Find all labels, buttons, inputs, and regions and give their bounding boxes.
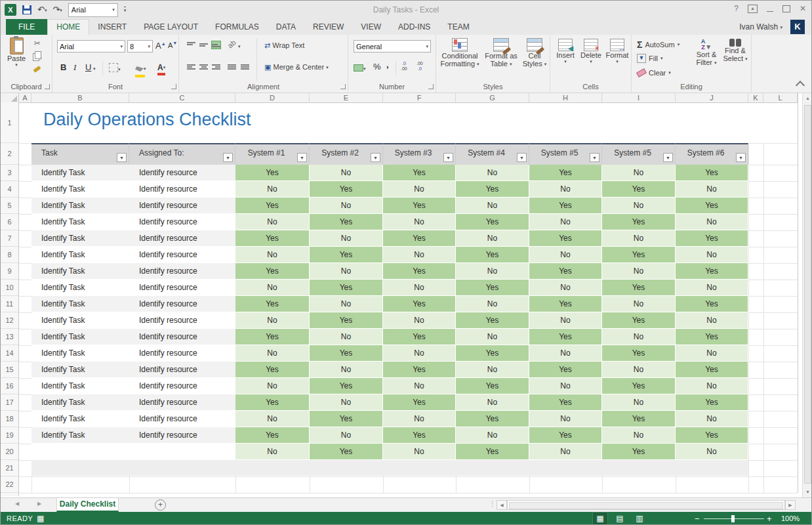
horizontal-scroll-track[interactable] (507, 500, 785, 510)
value-cell[interactable]: Yes (602, 214, 676, 230)
increase-indent-button[interactable] (241, 64, 249, 71)
value-cell[interactable]: No (676, 444, 748, 460)
filter-button[interactable]: ▼ (736, 153, 746, 162)
value-cell[interactable]: Yes (676, 198, 748, 214)
row-number-10[interactable]: 10 (1, 280, 18, 296)
assigned-cell[interactable]: Identify resource (129, 230, 235, 247)
table-header-assigned[interactable]: Assigned To:▼ (129, 143, 235, 165)
row-number-15[interactable]: 15 (1, 362, 18, 378)
number-dialog-launcher[interactable] (428, 84, 434, 89)
zoom-slider-thumb[interactable] (731, 515, 735, 522)
value-cell[interactable]: No (235, 181, 310, 198)
value-cell[interactable]: Yes (529, 362, 602, 378)
percent-style-button[interactable]: % (373, 62, 381, 72)
italic-button[interactable]: I (73, 62, 76, 73)
column-header-H[interactable]: H (529, 93, 602, 102)
value-cell[interactable]: Yes (310, 444, 383, 460)
assigned-cell[interactable]: Identify resource (129, 378, 235, 394)
normal-view-button[interactable]: ▦ (593, 513, 607, 525)
help-button[interactable]: ? (734, 4, 739, 13)
borders-button[interactable]: ▾ (109, 63, 121, 75)
value-cell[interactable]: Yes (310, 181, 383, 198)
filter-button[interactable]: ▼ (371, 153, 380, 162)
assigned-cell[interactable]: Identify resource (129, 362, 235, 378)
value-cell[interactable]: No (456, 263, 529, 280)
task-cell[interactable]: Identify Task (31, 362, 129, 378)
zoom-in-button[interactable]: + (767, 514, 772, 524)
task-cell[interactable] (31, 444, 129, 460)
column-header-B[interactable]: B (31, 93, 129, 102)
value-cell[interactable]: Yes (529, 263, 602, 280)
cut-button[interactable]: ✂ (34, 39, 41, 48)
tab-data[interactable]: DATA (268, 19, 304, 35)
value-cell[interactable]: No (456, 329, 529, 345)
tab-splitter-handle[interactable]: ⋮ (489, 500, 496, 507)
value-cell[interactable]: No (383, 444, 456, 460)
bold-button[interactable]: B (60, 62, 66, 72)
value-cell[interactable]: Yes (602, 345, 676, 362)
row-number-7[interactable]: 7 (1, 230, 18, 247)
value-cell[interactable]: Yes (383, 427, 456, 444)
tab-view[interactable]: VIEW (352, 19, 390, 35)
filter-button[interactable]: ▼ (297, 153, 307, 162)
value-cell[interactable]: No (383, 280, 456, 296)
clipboard-dialog-launcher[interactable] (45, 84, 50, 89)
row-number-13[interactable]: 13 (1, 329, 18, 345)
value-cell[interactable]: No (456, 230, 529, 247)
value-cell[interactable]: Yes (235, 230, 310, 247)
page-layout-view-button[interactable]: ▤ (613, 513, 627, 525)
decrease-decimal-button[interactable]: .00.0 (416, 61, 423, 72)
value-cell[interactable]: Yes (383, 165, 456, 181)
ribbon-display-options-button[interactable]: ▲ (748, 5, 758, 13)
orientation-caret[interactable]: ▾ (238, 44, 241, 49)
value-cell[interactable]: No (235, 214, 310, 230)
maximize-button[interactable] (782, 5, 790, 12)
column-header-G[interactable]: G (456, 93, 529, 102)
bottom-align-button[interactable] (212, 41, 220, 49)
copy-button[interactable]: ▾ (33, 52, 42, 64)
value-cell[interactable]: Yes (529, 329, 602, 345)
value-cell[interactable]: Yes (310, 214, 383, 230)
tab-file[interactable]: FILE (6, 19, 47, 35)
table-header-system-4[interactable]: System #4▼ (456, 143, 529, 165)
value-cell[interactable]: Yes (602, 247, 676, 263)
column-header-I[interactable]: I (602, 93, 676, 102)
underline-button[interactable]: U (85, 62, 91, 72)
format-as-table-button[interactable]: Format as Table ▾ (482, 38, 520, 68)
value-cell[interactable]: No (529, 411, 602, 427)
tab-home[interactable]: HOME (47, 19, 89, 35)
value-cell[interactable]: No (529, 214, 602, 230)
value-cell[interactable]: No (602, 296, 676, 312)
tab-team[interactable]: TEAM (439, 19, 477, 35)
value-cell[interactable]: No (383, 181, 456, 198)
task-cell[interactable]: Identify Task (31, 263, 129, 280)
task-cell[interactable]: Identify Task (31, 427, 129, 444)
assigned-cell[interactable]: Identify resource (129, 394, 235, 411)
font-color-button[interactable]: A▾ (157, 61, 165, 75)
value-cell[interactable]: No (602, 329, 676, 345)
zoom-level[interactable]: 100% (781, 514, 800, 522)
task-cell[interactable]: Identify Task (31, 394, 129, 411)
value-cell[interactable]: Yes (235, 263, 310, 280)
align-left-button[interactable] (187, 64, 195, 71)
value-cell[interactable]: No (383, 214, 456, 230)
value-cell[interactable]: Yes (310, 345, 383, 362)
row-number-12[interactable]: 12 (1, 312, 18, 329)
row-number-2[interactable]: 2 (1, 143, 18, 165)
font-dialog-launcher[interactable] (171, 84, 176, 89)
task-cell[interactable]: Identify Task (31, 181, 129, 198)
horizontal-scroll-thumb[interactable] (509, 502, 783, 509)
value-cell[interactable]: Yes (235, 296, 310, 312)
value-cell[interactable]: No (676, 247, 748, 263)
column-header-L[interactable]: L (763, 93, 798, 102)
column-header-E[interactable]: E (310, 93, 383, 102)
value-cell[interactable]: Yes (383, 198, 456, 214)
empty-banded-row[interactable] (31, 460, 748, 476)
task-cell[interactable]: Identify Task (31, 345, 129, 362)
value-cell[interactable]: Yes (676, 362, 748, 378)
value-cell[interactable]: Yes (310, 312, 383, 329)
table-header-task[interactable]: Task▼ (31, 143, 129, 165)
value-cell[interactable]: Yes (235, 198, 310, 214)
value-cell[interactable]: No (676, 181, 748, 198)
scroll-down-button[interactable]: ▼ (803, 487, 812, 497)
